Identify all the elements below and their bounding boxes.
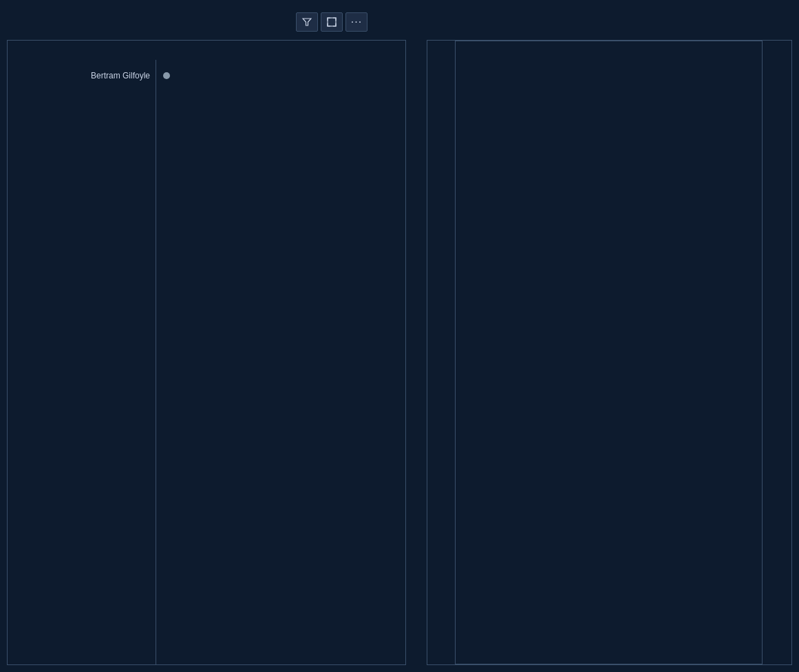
right-panel bbox=[427, 40, 792, 665]
person-name: Bertram Gilfoyle bbox=[91, 71, 150, 80]
right-y-axis-left bbox=[427, 41, 455, 664]
filter-button-left[interactable] bbox=[296, 12, 318, 32]
more-icon-left: ··· bbox=[351, 16, 362, 28]
person-rows: Bertram Gilfoyle bbox=[8, 60, 156, 664]
person-row: Bertram Gilfoyle bbox=[8, 60, 156, 92]
data-dot bbox=[163, 72, 170, 79]
x-axis-top bbox=[156, 41, 405, 60]
svg-marker-0 bbox=[303, 19, 311, 25]
more-button-left[interactable]: ··· bbox=[345, 12, 367, 32]
right-y-axis-right bbox=[763, 41, 791, 664]
svg-rect-1 bbox=[328, 18, 336, 26]
chart-area bbox=[455, 41, 763, 664]
dot-chart-area bbox=[156, 60, 405, 664]
toolbar-left: ··· bbox=[296, 12, 367, 32]
expand-button-left[interactable] bbox=[321, 12, 343, 32]
left-panel: Bertram Gilfoyle bbox=[7, 40, 406, 665]
right-panel-inner bbox=[427, 41, 791, 664]
